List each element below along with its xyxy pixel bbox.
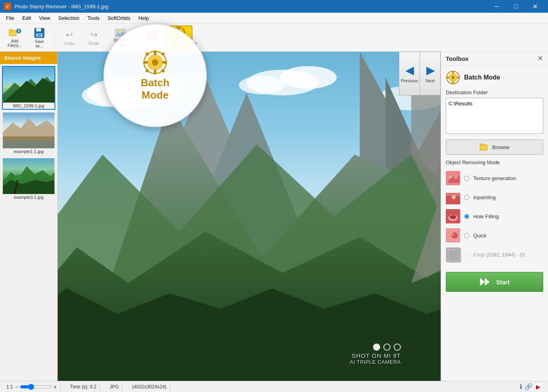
menu-tools[interactable]: Tools: [84, 14, 103, 23]
svg-rect-62: [452, 71, 454, 74]
zoom-slider[interactable]: [20, 384, 52, 390]
svg-marker-40: [3, 180, 54, 194]
svg-point-19: [177, 31, 181, 34]
svg-rect-17: [173, 31, 175, 33]
svg-text:+: +: [17, 28, 20, 34]
svg-rect-7: [36, 28, 41, 31]
inpaint-radio[interactable]: [464, 195, 469, 200]
undo-label: Undo: [64, 41, 74, 46]
window-title: Photo Stamp Remover - IMG_1599-1.jpg: [14, 4, 108, 10]
source-panel: Source Images: [0, 52, 58, 381]
original-image-icon: [115, 29, 126, 37]
svg-point-48: [280, 66, 336, 89]
menu-file[interactable]: File: [2, 14, 18, 23]
zoom-increase-icon: +: [53, 384, 56, 390]
canvas-area: SHOT ON MI 9T AI TRIPLE CAMERA: [58, 52, 441, 381]
source-item-2[interactable]: example1-1.jpg: [2, 112, 55, 155]
redo-button[interactable]: ↪ Redo: [82, 26, 105, 50]
title-bar-left: P Photo Stamp Remover - IMG_1599-1.jpg: [4, 3, 108, 10]
add-files-button[interactable]: + Add File(s)...: [3, 26, 26, 50]
format-value: JPG: [110, 384, 119, 390]
hole-radio[interactable]: [464, 214, 469, 219]
redo-icon: ↪: [90, 30, 97, 40]
zoom-value: 1:1: [6, 384, 13, 390]
dest-folder-input[interactable]: C:\Results: [446, 98, 543, 134]
browse-button[interactable]: Browse: [446, 140, 543, 155]
source-item-3[interactable]: example3-1.jpg: [2, 157, 55, 201]
remove-button[interactable]: Remove: [141, 26, 164, 50]
quick-radio[interactable]: [464, 233, 469, 238]
toolbox-close-button[interactable]: ✕: [537, 55, 543, 62]
inpaint-label: Inpainting: [473, 194, 496, 200]
maximize-button[interactable]: □: [507, 0, 525, 13]
source-item-1[interactable]: IMG_1599-1.jpg: [2, 66, 55, 110]
quick-label: Quick: [473, 233, 486, 239]
next-button[interactable]: ▶ Next: [420, 52, 441, 95]
canvas-image: [58, 52, 441, 381]
save-as-button[interactable]: Save as...: [28, 26, 51, 50]
start-button[interactable]: Start: [446, 272, 543, 292]
close-button[interactable]: ✕: [526, 0, 544, 13]
svg-rect-15: [178, 27, 180, 29]
quick-mode-icon: [446, 228, 460, 243]
menu-edit[interactable]: Edit: [18, 14, 35, 23]
toolbox-panel: Toolbox ✕ Batch Mode Destination Fo: [441, 52, 548, 381]
next-label: Next: [426, 78, 435, 83]
batch-mode-toolbox-title: Batch Mode: [464, 74, 500, 81]
source-panel-header: Source Images: [0, 52, 57, 64]
time-value: Time (s): 0.2: [70, 384, 97, 390]
undo-button[interactable]: ↩ Undo: [58, 26, 81, 50]
svg-rect-37: [3, 140, 54, 148]
svg-rect-80: [447, 248, 461, 262]
menu-softorbits[interactable]: SoftOrbits: [103, 14, 134, 23]
zoom-indicator: 1:1 ─ +: [3, 381, 60, 392]
svg-point-71: [449, 175, 452, 179]
status-bar: 1:1 ─ + Time (s): 0.2 JPG (4032x3024x24)…: [0, 381, 548, 392]
svg-text:P: P: [6, 5, 9, 9]
next-arrow-icon: ▶: [426, 64, 434, 77]
remove-label: Remove: [144, 41, 161, 46]
share-icon[interactable]: 🔗: [525, 383, 532, 390]
source-item-label-3: example3-1.jpg: [3, 194, 54, 200]
mode-option-quick: Quick: [446, 227, 543, 244]
mode-option-inpaint: Inpainting: [446, 188, 543, 206]
prev-arrow-icon: ◀: [406, 64, 414, 77]
menu-help[interactable]: Help: [134, 14, 153, 23]
redo-label: Redo: [89, 41, 99, 46]
batch-mode-label: Batch Mode: [173, 39, 185, 49]
svg-marker-82: [480, 278, 485, 286]
menu-view[interactable]: View: [35, 14, 54, 23]
batch-dropdown-arrow[interactable]: ▼: [194, 42, 198, 46]
crop-radio: [464, 252, 469, 257]
youtube-icon[interactable]: ▶: [535, 383, 542, 390]
menu-selection[interactable]: Selection: [54, 14, 83, 23]
svg-point-46: [82, 84, 133, 107]
save-as-label: Save as...: [35, 39, 44, 48]
format-indicator: JPG: [107, 381, 122, 392]
browse-icon: [480, 143, 489, 151]
source-thumb-1: [3, 67, 54, 103]
app-icon: P: [4, 3, 11, 10]
texture-mode-icon: [446, 171, 460, 185]
mode-option-texture: Texture generation: [446, 169, 543, 187]
dest-folder-label: Destination Folder: [446, 89, 543, 95]
svg-rect-18: [183, 31, 185, 33]
inpaint-mode-icon: [446, 190, 460, 204]
browse-label: Browse: [492, 144, 509, 150]
svg-point-77: [450, 215, 456, 219]
dimensions-value: (4032x3024x24): [132, 384, 167, 390]
texture-radio[interactable]: [464, 176, 469, 181]
previous-button[interactable]: ◀ Previous: [399, 52, 420, 95]
batch-mode-button[interactable]: Batch Mode: [165, 25, 192, 50]
minimize-button[interactable]: ─: [488, 0, 506, 13]
svg-point-66: [451, 76, 455, 79]
removing-mode-section: Object Removing Mode Texture generation: [446, 159, 543, 263]
hole-label: Hole Filling: [473, 213, 499, 219]
info-icon[interactable]: ℹ: [520, 383, 522, 390]
remove-icon: [146, 29, 159, 41]
crop-mode-icon: [446, 247, 460, 262]
source-thumb-3: [3, 158, 54, 194]
toolbar: + Add File(s)... Save as... ↩ Undo ↪ Red…: [0, 24, 548, 52]
zoom-decrease-icon: ─: [16, 384, 19, 389]
original-image-button[interactable]: Original Image: [107, 26, 134, 50]
